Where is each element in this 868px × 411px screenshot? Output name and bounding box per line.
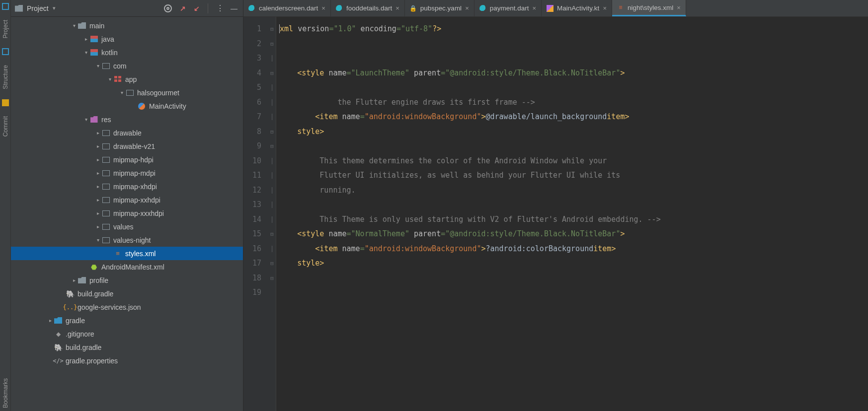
tree-item-mipmap-hdpi[interactable]: ▸mipmap-hdpi — [11, 153, 243, 166]
fold-marker[interactable]: │ — [268, 242, 276, 257]
editor[interactable]: 12345678910111213141516171819 ⊟⊟│⊟│││⊟⊟│… — [243, 17, 868, 411]
disclosure-icon[interactable]: ▸ — [47, 318, 54, 323]
disclosure-icon[interactable]: ▾ — [82, 50, 89, 55]
tab-calenderscreen-dart[interactable]: calenderscreen.dart× — [243, 0, 331, 16]
tree-item-androidmanifest-xml[interactable]: ⬣AndroidManifest.xml — [11, 260, 243, 274]
fold-marker[interactable]: ⊟ — [268, 37, 276, 52]
tab-night-styles-xml[interactable]: ≡night\styles.xml× — [612, 0, 686, 16]
toolstrip-structure[interactable]: Structure — [2, 62, 9, 92]
commit-tool-icon[interactable] — [2, 99, 9, 106]
tree-item-gradle-properties[interactable]: </>gradle.properties — [11, 354, 243, 367]
toolstrip-commit[interactable]: Commit — [2, 113, 9, 139]
disclosure-icon[interactable]: ▸ — [94, 210, 101, 216]
tree-item-values[interactable]: ▸values — [11, 220, 243, 233]
tree-item-google-services-json[interactable]: {..}google-services.json — [11, 300, 243, 314]
disclosure-icon[interactable]: ▾ — [94, 237, 101, 243]
tree-item-label: values-night — [113, 236, 151, 244]
tree-item-gradle[interactable]: ▸gradle — [11, 314, 243, 327]
close-icon[interactable]: × — [321, 4, 325, 12]
toolstrip-project[interactable]: Project — [2, 17, 9, 41]
chevron-down-icon[interactable]: ▾ — [53, 5, 56, 11]
code-line: Flutter UI initializes, as well as behin… — [279, 168, 868, 183]
tree-item-values-night[interactable]: ▾values-night — [11, 233, 243, 247]
disclosure-icon[interactable]: ▾ — [106, 76, 113, 82]
tree-item-res[interactable]: ▾res — [11, 113, 243, 126]
disclosure-icon[interactable]: ▸ — [82, 36, 89, 42]
tree-item-mipmap-xxxhdpi[interactable]: ▸mipmap-xxxhdpi — [11, 206, 243, 220]
tab-payment-dart[interactable]: payment.dart× — [474, 0, 542, 16]
disclosure-icon[interactable]: ▸ — [94, 197, 101, 203]
more-icon[interactable]: ⋮ — [215, 3, 225, 13]
tree-item--gitignore[interactable]: ◆.gitignore — [11, 327, 243, 341]
tree-item-main[interactable]: ▾main — [11, 19, 243, 32]
code-area[interactable]: xml version="1.0" encoding="utf-8"?> <st… — [276, 17, 868, 411]
toolstrip-bookmarks[interactable]: Bookmarks — [2, 375, 9, 411]
fold-marker[interactable]: │ — [268, 183, 276, 198]
tree-item-mainactivity[interactable]: MainActivity — [11, 99, 243, 113]
collapse-icon[interactable]: ↙ — [191, 3, 201, 13]
tab-pubspec-yaml[interactable]: 🔒pubspec.yaml× — [405, 0, 474, 16]
code-line: <style name="NormalTheme" parent="@andro… — [279, 227, 868, 242]
tree-item-drawable-v21[interactable]: ▸drawable-v21 — [11, 139, 243, 153]
fold-marker[interactable]: │ — [268, 80, 276, 95]
fold-marker[interactable]: ⊟ — [268, 66, 276, 81]
fold-marker[interactable]: ⊟ — [268, 139, 276, 154]
tree-item-halsogourmet[interactable]: ▾halsogourmet — [11, 86, 243, 99]
fold-marker[interactable]: ⊟ — [268, 22, 276, 37]
tab-fooddetails-dart[interactable]: fooddetails.dart× — [331, 0, 405, 16]
project-tool-icon[interactable] — [2, 3, 9, 10]
structure-tool-icon[interactable] — [2, 48, 9, 55]
tree-item-label: java — [101, 35, 114, 43]
target-icon[interactable] — [163, 3, 173, 13]
fold-marker[interactable]: │ — [268, 168, 276, 183]
fold-marker[interactable] — [268, 285, 276, 300]
tree-item-java[interactable]: ▸java — [11, 32, 243, 46]
close-icon[interactable]: × — [465, 4, 469, 12]
tree-item-styles-xml[interactable]: ≡styles.xml — [11, 247, 243, 260]
disclosure-icon[interactable]: ▸ — [94, 143, 101, 149]
disclosure-icon[interactable]: ▸ — [71, 277, 78, 283]
disclosure-icon[interactable]: ▾ — [118, 90, 125, 95]
fold-marker[interactable]: ⊟ — [268, 271, 276, 286]
tree-item-build-gradle[interactable]: 🐘build.gradle — [11, 341, 243, 354]
tree-item-drawable[interactable]: ▸drawable — [11, 126, 243, 139]
fold-marker[interactable]: │ — [268, 110, 276, 125]
expand-icon[interactable]: ↗ — [177, 3, 187, 13]
close-icon[interactable]: × — [677, 4, 681, 11]
line-number: 5 — [252, 80, 261, 95]
fold-marker[interactable]: ⊟ — [268, 227, 276, 242]
tree-item-profile[interactable]: ▸profile — [11, 274, 243, 287]
disclosure-icon[interactable]: ▾ — [82, 117, 89, 122]
disclosure-icon[interactable]: ▾ — [71, 23, 78, 28]
fold-marker[interactable]: │ — [268, 198, 276, 212]
close-icon[interactable]: × — [603, 4, 607, 12]
minimize-icon[interactable]: — — [229, 3, 239, 13]
fold-marker[interactable]: │ — [268, 51, 276, 66]
fold-marker[interactable]: │ — [268, 154, 276, 169]
project-tree[interactable]: ▾main▸java▾kotlin▾com▾app▾halsogourmetMa… — [11, 17, 243, 411]
tree-item-app[interactable]: ▾app — [11, 72, 243, 86]
fold-marker[interactable]: │ — [268, 95, 276, 110]
fold-marker[interactable]: ⊟ — [268, 125, 276, 139]
fold-marker[interactable]: ⊟ — [268, 256, 276, 271]
tree-item-kotlin[interactable]: ▾kotlin — [11, 46, 243, 59]
tab-mainactivity-kt[interactable]: MainActivity.kt× — [542, 0, 612, 16]
tree-item-mipmap-mdpi[interactable]: ▸mipmap-mdpi — [11, 166, 243, 180]
tree-item-mipmap-xhdpi[interactable]: ▸mipmap-xhdpi — [11, 180, 243, 193]
panel-title[interactable]: Project — [27, 4, 49, 12]
code-line — [279, 198, 868, 212]
tree-item-build-gradle[interactable]: 🐘build.gradle — [11, 287, 243, 300]
disclosure-icon[interactable]: ▸ — [94, 157, 101, 162]
tree-item-mipmap-xxhdpi[interactable]: ▸mipmap-xxhdpi — [11, 193, 243, 206]
close-icon[interactable]: × — [533, 4, 537, 12]
close-icon[interactable]: × — [395, 4, 399, 12]
tree-item-label: MainActivity — [149, 102, 186, 110]
fold-marker[interactable]: │ — [268, 212, 276, 227]
disclosure-icon[interactable]: ▾ — [94, 63, 101, 68]
tab-label: payment.dart — [490, 4, 529, 12]
disclosure-icon[interactable]: ▸ — [94, 224, 101, 229]
disclosure-icon[interactable]: ▸ — [94, 184, 101, 189]
tree-item-com[interactable]: ▾com — [11, 59, 243, 72]
disclosure-icon[interactable]: ▸ — [94, 130, 101, 136]
disclosure-icon[interactable]: ▸ — [94, 170, 101, 176]
